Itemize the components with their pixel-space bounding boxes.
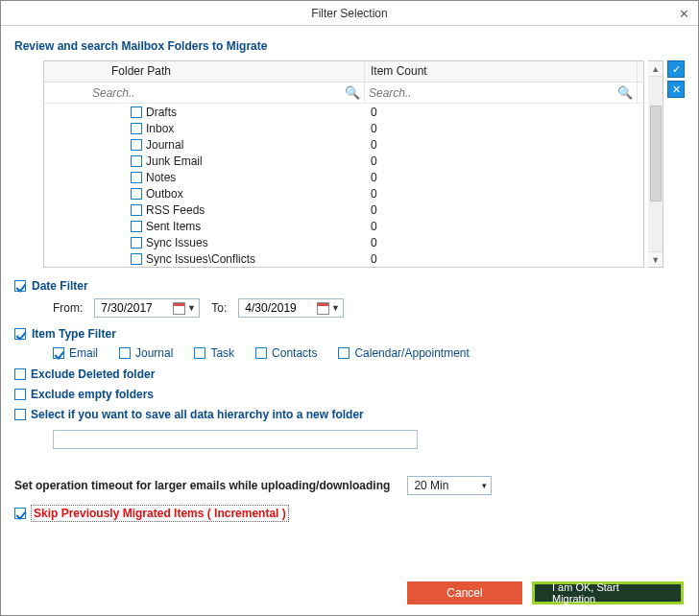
save-hierarchy-checkbox[interactable] bbox=[14, 409, 26, 420]
scroll-thumb[interactable] bbox=[650, 106, 662, 201]
search-item-count-cell: 🔍 bbox=[365, 83, 638, 103]
table-row[interactable]: Notes0 bbox=[44, 169, 643, 185]
table-row[interactable]: Sync Issues0 bbox=[44, 234, 643, 250]
row-checkbox[interactable] bbox=[131, 237, 142, 249]
from-label: From: bbox=[53, 301, 83, 315]
row-checkbox[interactable] bbox=[131, 139, 142, 151]
calendar-icon[interactable] bbox=[173, 302, 185, 315]
scroll-up-icon[interactable]: ▲ bbox=[648, 61, 663, 77]
search-item-count-input[interactable] bbox=[369, 86, 617, 100]
item-type-option-checkbox[interactable] bbox=[255, 347, 267, 359]
exclude-empty-row: Exclude empty folders bbox=[14, 388, 685, 401]
item-type-option-label: Journal bbox=[135, 346, 173, 360]
start-migration-button[interactable]: I am OK, Start Migration bbox=[532, 581, 684, 604]
footer: Cancel I am OK, Start Migration bbox=[407, 581, 684, 604]
item-type-option-checkbox[interactable] bbox=[338, 347, 350, 359]
item-count: 0 bbox=[365, 252, 638, 266]
cancel-button[interactable]: Cancel bbox=[407, 581, 522, 604]
row-checkbox[interactable] bbox=[131, 155, 142, 167]
scroll-down-icon[interactable]: ▼ bbox=[648, 251, 663, 267]
titlebar: Filter Selection ✕ bbox=[1, 1, 698, 26]
page-header: Review and search Mailbox Folders to Mig… bbox=[14, 39, 685, 53]
timeout-value: 20 Min bbox=[414, 479, 448, 492]
folder-name: Notes bbox=[146, 171, 176, 184]
item-type-option: Contacts bbox=[255, 346, 317, 360]
table-row[interactable]: Drafts0 bbox=[44, 104, 643, 120]
item-count: 0 bbox=[365, 171, 638, 184]
table-row[interactable]: Inbox0 bbox=[44, 120, 643, 136]
folder-name: Inbox bbox=[146, 122, 174, 135]
row-checkbox[interactable] bbox=[131, 172, 142, 183]
exclude-empty-checkbox[interactable] bbox=[14, 389, 26, 400]
skip-migrated-checkbox[interactable] bbox=[14, 508, 26, 519]
row-checkbox[interactable] bbox=[131, 123, 142, 134]
folder-name: Outbox bbox=[146, 187, 183, 201]
close-icon[interactable]: ✕ bbox=[675, 5, 692, 22]
exclude-deleted-checkbox[interactable] bbox=[14, 368, 26, 380]
item-type-label: Item Type Filter bbox=[32, 327, 116, 341]
folder-name: Sync Issues\Conflicts bbox=[146, 252, 255, 266]
save-hierarchy-row: Select if you want to save all data hier… bbox=[14, 408, 685, 421]
item-type-checkbox[interactable] bbox=[14, 328, 26, 340]
date-range-row: From: 7/30/2017 ▼ To: 4/30/2019 ▼ bbox=[53, 298, 685, 318]
select-all-button[interactable]: ✓ bbox=[667, 60, 685, 78]
timeout-select[interactable]: 20 Min ▾ bbox=[407, 476, 492, 495]
table-row[interactable]: Sync Issues\Conflicts0 bbox=[44, 250, 643, 267]
search-folder-path-input[interactable] bbox=[92, 86, 345, 100]
item-type-options: EmailJournalTaskContactsCalendar/Appoint… bbox=[53, 346, 685, 360]
column-item-count[interactable]: Item Count bbox=[365, 61, 638, 82]
folder-name: Junk Email bbox=[146, 154, 203, 168]
dropdown-icon[interactable]: ▼ bbox=[185, 303, 197, 313]
table-row[interactable]: RSS Feeds0 bbox=[44, 201, 643, 218]
exclude-deleted-row: Exclude Deleted folder bbox=[14, 367, 685, 381]
row-checkbox[interactable] bbox=[131, 253, 142, 265]
deselect-all-button[interactable]: ✕ bbox=[667, 81, 685, 98]
save-hierarchy-label: Select if you want to save all data hier… bbox=[31, 408, 364, 421]
calendar-icon[interactable] bbox=[317, 302, 329, 315]
date-filter-checkbox[interactable] bbox=[14, 280, 26, 292]
folder-table: Folder Path Item Count 🔍 🔍 Drafts0Inbox0… bbox=[43, 60, 644, 268]
to-date-input[interactable]: 4/30/2019 ▼ bbox=[238, 298, 344, 318]
row-checkbox[interactable] bbox=[131, 188, 142, 200]
row-checkbox[interactable] bbox=[131, 107, 142, 118]
exclude-deleted-label: Exclude Deleted folder bbox=[31, 367, 155, 381]
row-checkbox[interactable] bbox=[131, 204, 142, 216]
row-checkbox[interactable] bbox=[131, 221, 142, 232]
search-icon[interactable]: 🔍 bbox=[345, 85, 360, 100]
vertical-scrollbar[interactable]: ▲ ▼ bbox=[648, 60, 663, 268]
timeout-label: Set operation timeout for larger emails … bbox=[14, 479, 390, 492]
item-count: 0 bbox=[365, 138, 638, 152]
item-type-option-label: Calendar/Appointment bbox=[354, 346, 469, 360]
item-type-option-label: Task bbox=[210, 346, 234, 360]
column-folder-path[interactable]: Folder Path bbox=[44, 61, 365, 82]
skip-migrated-label: Skip Previously Migrated Items ( Increme… bbox=[31, 505, 289, 522]
table-row[interactable]: Sent Items0 bbox=[44, 218, 643, 234]
table-body: Drafts0Inbox0Journal0Junk Email0Notes0Ou… bbox=[44, 104, 643, 267]
table-row[interactable]: Outbox0 bbox=[44, 185, 643, 201]
item-count: 0 bbox=[365, 122, 638, 135]
to-date-value: 4/30/2019 bbox=[245, 301, 296, 315]
item-count: 0 bbox=[365, 203, 638, 217]
search-icon[interactable]: 🔍 bbox=[617, 85, 633, 100]
item-type-option-checkbox[interactable] bbox=[53, 347, 64, 359]
table-search-row: 🔍 🔍 bbox=[44, 83, 643, 104]
to-label: To: bbox=[211, 301, 227, 315]
item-count: 0 bbox=[365, 154, 638, 168]
item-type-option-checkbox[interactable] bbox=[119, 347, 131, 359]
dropdown-icon[interactable]: ▼ bbox=[329, 303, 341, 313]
table-row[interactable]: Junk Email0 bbox=[44, 153, 643, 169]
table-header: Folder Path Item Count bbox=[44, 61, 643, 83]
date-filter-label: Date Filter bbox=[32, 279, 88, 293]
from-date-input[interactable]: 7/30/2017 ▼ bbox=[94, 298, 200, 318]
item-count: 0 bbox=[365, 220, 638, 233]
search-folder-path-cell: 🔍 bbox=[44, 83, 365, 103]
item-count: 0 bbox=[365, 106, 638, 119]
dropdown-icon[interactable]: ▾ bbox=[482, 481, 487, 490]
item-type-option-checkbox[interactable] bbox=[194, 347, 205, 359]
item-count: 0 bbox=[365, 187, 638, 201]
item-type-row: Item Type Filter bbox=[14, 327, 685, 341]
table-row[interactable]: Journal0 bbox=[44, 136, 643, 153]
new-folder-input[interactable] bbox=[53, 430, 418, 449]
item-type-option-label: Email bbox=[69, 346, 98, 360]
folder-table-area: Folder Path Item Count 🔍 🔍 Drafts0Inbox0… bbox=[43, 60, 685, 268]
